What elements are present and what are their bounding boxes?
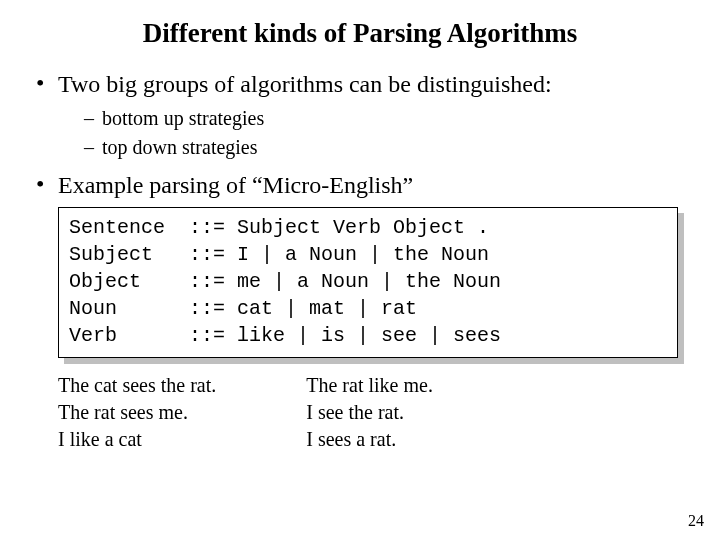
grammar-box: Sentence ::= Subject Verb Object . Subje… bbox=[58, 207, 678, 358]
examples-left: The cat sees the rat. The rat sees me. I… bbox=[58, 372, 216, 453]
bullet-text: Two big groups of algorithms can be dist… bbox=[58, 71, 552, 97]
slide-title: Different kinds of Parsing Algorithms bbox=[28, 18, 692, 49]
sub-bullet-item: bottom up strategies bbox=[84, 104, 692, 133]
bullet-list: Two big groups of algorithms can be dist… bbox=[28, 71, 692, 199]
examples-row: The cat sees the rat. The rat sees me. I… bbox=[58, 372, 692, 453]
bullet-item: Example parsing of “Micro-English” bbox=[36, 172, 692, 199]
sub-bullet-item: top down strategies bbox=[84, 133, 692, 162]
bullet-text: Example parsing of “Micro-English” bbox=[58, 172, 413, 198]
page-number: 24 bbox=[688, 512, 704, 530]
sub-bullet-list: bottom up strategies top down strategies bbox=[58, 104, 692, 162]
bullet-item: Two big groups of algorithms can be dist… bbox=[36, 71, 692, 162]
grammar-container: Sentence ::= Subject Verb Object . Subje… bbox=[58, 207, 678, 358]
examples-right: The rat like me. I see the rat. I sees a… bbox=[306, 372, 433, 453]
